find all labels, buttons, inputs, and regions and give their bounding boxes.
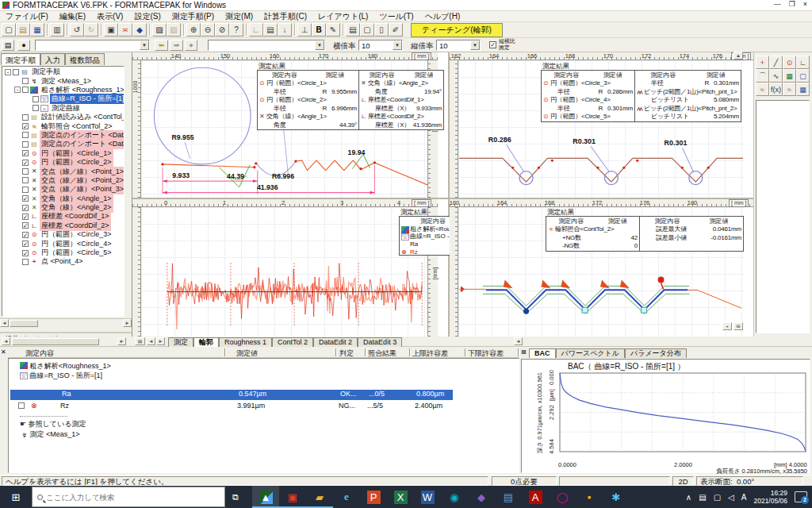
tree-checkbox[interactable] [22,250,29,256]
close-icon[interactable]: ✕ [1,348,6,356]
scroll-right-icon[interactable]: ► [117,337,126,345]
tree-checkbox[interactable] [22,150,29,156]
tree-checkbox[interactable] [22,195,29,202]
back-button[interactable]: ⬅ [155,40,168,51]
tray-volume-icon[interactable]: ◁ [728,493,734,502]
copy-button[interactable]: ▣ [104,23,118,37]
menu-item[interactable]: 計算手順(C) [259,11,312,22]
corner-button[interactable]: ∟ [249,23,263,37]
taskbar-powerpoint[interactable]: P [360,486,387,508]
taskbar-clock[interactable]: 16:292021/05/06 [753,489,787,505]
document-tab[interactable]: ContTol 2 [272,337,313,347]
forward-button[interactable]: ➡ [170,40,183,51]
doc-button[interactable]: ▤ [2,40,14,51]
scroll-left-icon[interactable]: ◄ [0,319,9,327]
tab-scroll-right-icon[interactable]: ► [156,337,165,345]
bold-button[interactable]: B [312,23,326,37]
print-preview-icon[interactable]: ▤ [135,337,145,345]
tree-checkbox[interactable] [33,105,39,111]
tray-tablet-icon[interactable]: ▤ [699,493,706,502]
panel-tab[interactable]: 測定手順 [1,53,40,65]
menu-item[interactable]: 表示(V) [91,11,128,22]
stop-button[interactable]: ● [185,40,197,51]
document-tab[interactable]: DataEdit 2 [313,337,358,347]
document-tab[interactable]: Roughness 1 [219,337,272,347]
undo-button[interactable]: ↺ [70,23,84,37]
polyline-tool-button[interactable]: ∿ [769,69,783,83]
column-stand-button[interactable]: ⊥ [297,23,312,37]
menu-item[interactable]: 設定(S) [128,11,166,22]
tree-checkbox[interactable] [22,214,29,220]
scroll-right-icon[interactable]: ► [123,319,132,327]
tree-checkbox[interactable] [22,187,29,193]
selected-result-row[interactable]: Ra 0.547µm OK... ...0/5 0.800µm 0.800µm [10,390,453,400]
pen-button[interactable]: ✎ [326,23,340,37]
tree-checkbox[interactable] [22,205,29,211]
display-button[interactable]: ▢ [360,23,374,37]
taskbar-search[interactable] [32,487,225,507]
menu-item[interactable]: 編集(E) [54,11,91,22]
tree-checkbox[interactable] [22,177,29,183]
taskbar-word[interactable]: W [414,486,441,508]
zoom-out-button[interactable]: ⊖ [201,23,215,37]
zoom-fit-icon[interactable]: ⊞ [733,322,743,330]
close-icon[interactable]: ⊠ [521,348,527,356]
minimize-button[interactable]: — [774,0,781,8]
tree-checkbox[interactable] [22,78,29,84]
document-tab[interactable]: DataEdit 3 [358,337,402,347]
taskbar-sticky-notes[interactable]: ▪ [576,486,603,508]
notification-icon[interactable]: 2 [795,491,807,502]
taskbar-app-pink[interactable]: ◯ [549,486,576,508]
eraser-button[interactable]: ◆ [132,23,147,37]
h-scale-combo[interactable]: 10▼ [358,40,403,51]
calculator-button[interactable]: ▦ [783,69,796,83]
tree-checkbox[interactable] [33,96,39,102]
layout-button[interactable]: ▤ [263,23,278,37]
maximize-button[interactable]: ❐ [789,0,795,8]
start-button[interactable]: ⊞ [0,486,32,508]
bac-tab[interactable]: パワースペクトル [556,348,625,358]
bac-tab[interactable]: パラメータ分布 [625,348,687,358]
grid-tool-button[interactable]: ▦ [796,83,810,96]
tree-checkbox[interactable] [22,241,29,247]
teaching-contour-button[interactable]: ティーチング(輪郭) [411,23,503,37]
bac-chart[interactable] [556,371,811,460]
pan-icon[interactable]: + [722,322,732,330]
expander-icon[interactable] [5,69,11,75]
tree-checkbox[interactable] [22,87,29,93]
print-button[interactable]: ▥ [50,23,64,37]
taskbar-app-purple[interactable]: ◆ [468,486,495,508]
function-tool-button[interactable]: f(x) [769,83,783,96]
document-tab[interactable]: 測定 [168,337,193,347]
expander-icon[interactable] [14,87,21,93]
chevron-down-icon[interactable]: ▼ [315,40,324,50]
taskbar-explorer[interactable]: ▰ [306,486,333,508]
v-scale-combo[interactable]: 10▼ [436,40,481,51]
taskbar-excel[interactable]: X [387,486,414,508]
tree-item[interactable]: 点 <Point_4> [3,257,124,266]
export-button[interactable]: ↓ [278,23,292,37]
menu-item[interactable]: ファイル(F) [0,11,54,22]
taskbar-acrobat[interactable]: A [522,486,549,508]
document-tab[interactable]: 輪郭 [193,337,219,347]
curve-tool-button[interactable]: ⌒ [756,69,769,83]
image-off-button[interactable]: ▧ [167,23,181,37]
tray-network-icon[interactable]: ▢ [714,493,721,502]
curve-copy-button[interactable]: ≍ [118,23,132,37]
task-view-icon[interactable]: ⧉ [225,492,246,502]
procedure-combo[interactable]: ▼ [35,40,150,51]
new-file-button[interactable]: ▢ [2,23,16,37]
monitor-button[interactable]: ▢ [796,69,810,83]
point-tool-button[interactable]: + [756,56,769,69]
image-button[interactable]: ▨ [152,23,167,37]
roughness-profile-drawing[interactable] [141,207,427,337]
taskbar-app-red[interactable]: ▣ [279,486,306,508]
help-pointer-button[interactable]: ? [229,23,243,37]
tree-checkbox[interactable] [22,114,29,121]
panel-tab[interactable]: 入力 [40,53,65,65]
menu-item[interactable]: ヘルプ(H) [419,11,466,22]
coordinate-tool-button[interactable]: ∟ [796,56,810,69]
scroll-left-icon[interactable]: ◄ [2,337,10,345]
redo-button[interactable]: ↻ [84,23,98,37]
result-group-row[interactable]: 粗さ解析<Roughness_1> [20,361,111,371]
